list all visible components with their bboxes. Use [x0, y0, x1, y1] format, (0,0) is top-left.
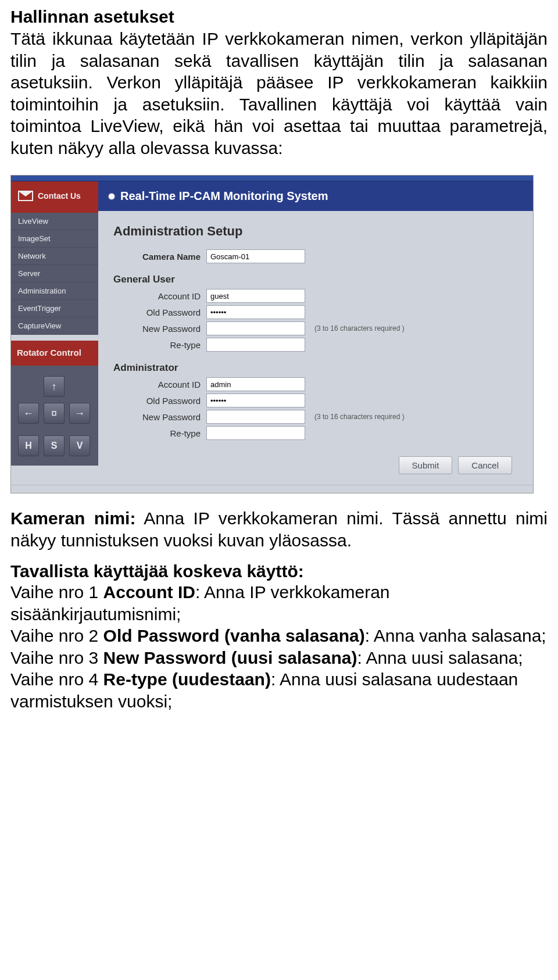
ad-newpw-input[interactable] [206, 410, 305, 424]
rotator-right-button[interactable]: → [69, 403, 90, 424]
embedded-screenshot: Contact Us LiveView ImageSet Network Ser… [10, 175, 548, 493]
mail-icon [18, 191, 33, 201]
page-heading: Hallinnan asetukset [10, 7, 548, 27]
gu-account-input[interactable] [206, 289, 305, 303]
step-3: Vaihe nro 3 New Password (uusi salasana)… [10, 647, 548, 669]
rotator-control-title: Rotator Control [11, 341, 98, 366]
nav-eventtrigger[interactable]: EventTrigger [11, 300, 98, 317]
gu-oldpw-label: Old Password [113, 307, 201, 317]
usage-heading: Tavallista käyttäjää koskeva käyttö: [10, 561, 548, 581]
contact-us-label: Contact Us [38, 191, 81, 201]
general-user-title: General User [113, 274, 518, 285]
camera-name-label: Camera Name [113, 252, 201, 262]
nav-imageset[interactable]: ImageSet [11, 230, 98, 248]
admin-setup-title: Administration Setup [113, 224, 518, 239]
camera-name-paragraph: Kameran nimi: Anna IP verkkokameran nimi… [10, 507, 548, 551]
gu-newpw-hint: (3 to 16 characters required ) [314, 324, 405, 332]
bottom-gap [11, 485, 533, 493]
contact-us-link[interactable]: Contact Us [11, 181, 98, 213]
gu-newpw-label: New Password [113, 324, 201, 334]
system-title: Real-Time IP-CAM Monitoring System [120, 189, 328, 203]
nav-captureview[interactable]: CaptureView [11, 317, 98, 335]
rotator-up-button[interactable]: ↑ [44, 376, 65, 397]
ad-oldpw-label: Old Password [113, 396, 201, 406]
ad-oldpw-input[interactable] [206, 394, 305, 407]
rotator-pad: ↑ ← ¤ → H S V [11, 366, 98, 466]
logo-icon [109, 194, 115, 199]
intro-paragraph: Tätä ikkunaa käytetään IP verkkokameran … [10, 28, 548, 159]
system-title-bar: Real-Time IP-CAM Monitoring System [98, 181, 533, 211]
step-2: Vaihe nro 2 Old Password (vanha salasana… [10, 625, 548, 647]
step-1: Vaihe nro 1 Account ID: Anna IP verkkoka… [10, 581, 548, 625]
gu-account-label: Account ID [113, 291, 201, 301]
top-ribbon [11, 176, 533, 181]
nav-liveview[interactable]: LiveView [11, 213, 98, 230]
camera-name-bold: Kameran nimi: [10, 509, 135, 528]
ad-retype-label: Re-type [113, 428, 201, 438]
cancel-button[interactable]: Cancel [458, 456, 512, 474]
gu-newpw-input[interactable] [206, 321, 305, 335]
rotator-h-button[interactable]: H [18, 435, 39, 456]
ad-retype-input[interactable] [206, 426, 305, 440]
nav-administration[interactable]: Administration [11, 282, 98, 300]
camera-name-input[interactable] [206, 249, 305, 263]
ad-newpw-label: New Password [113, 412, 201, 422]
ad-account-input[interactable] [206, 377, 305, 391]
ad-newpw-hint: (3 to 16 characters required ) [314, 413, 405, 421]
ad-account-label: Account ID [113, 380, 201, 389]
rotator-center-button[interactable]: ¤ [44, 403, 65, 424]
gu-retype-input[interactable] [206, 338, 305, 352]
gu-retype-label: Re-type [113, 340, 201, 350]
administrator-title: Administrator [113, 362, 518, 374]
gu-oldpw-input[interactable] [206, 305, 305, 319]
submit-button[interactable]: Submit [399, 456, 453, 474]
step-4: Vaihe nro 4 Re-type (uudestaan): Anna uu… [10, 668, 548, 712]
rotator-s-button[interactable]: S [44, 435, 65, 456]
rotator-left-button[interactable]: ← [18, 403, 39, 424]
side-nav: LiveView ImageSet Network Server Adminis… [11, 213, 98, 335]
rotator-v-button[interactable]: V [69, 435, 90, 456]
nav-network[interactable]: Network [11, 248, 98, 265]
nav-server[interactable]: Server [11, 265, 98, 282]
